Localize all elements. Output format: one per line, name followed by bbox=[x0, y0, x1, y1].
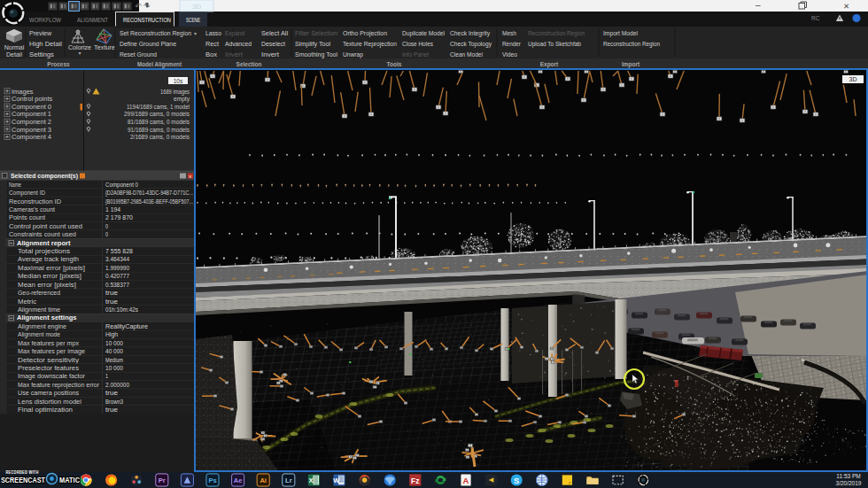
svg-text:1689 images: 1689 images bbox=[160, 89, 190, 96]
svg-text:3.464344: 3.464344 bbox=[105, 256, 129, 262]
svg-text:Preview: Preview bbox=[29, 30, 52, 36]
svg-text:Unwrap: Unwrap bbox=[343, 51, 363, 58]
svg-text:Median error [pixels]: Median error [pixels] bbox=[18, 273, 81, 280]
svg-text:SCREENCAST: SCREENCAST bbox=[1, 475, 45, 484]
svg-text:Advanced: Advanced bbox=[225, 41, 252, 47]
svg-text:Control point count used: Control point count used bbox=[9, 223, 82, 230]
svg-text:01h:10m:42s: 01h:10m:42s bbox=[105, 306, 138, 313]
svg-text:0: 0 bbox=[105, 223, 108, 229]
svg-text:Pr: Pr bbox=[159, 476, 166, 484]
svg-text:Smoothing Tool: Smoothing Tool bbox=[295, 51, 337, 58]
svg-text:Texture: Texture bbox=[94, 44, 115, 50]
svg-text:SCENE: SCENE bbox=[186, 16, 200, 24]
svg-text:Ortho Projection: Ortho Projection bbox=[343, 30, 387, 37]
svg-text:Metric: Metric bbox=[18, 298, 37, 305]
svg-text:Brown3: Brown3 bbox=[105, 399, 123, 405]
svg-text:11:53 PM: 11:53 PM bbox=[836, 473, 860, 479]
svg-text:1.999990: 1.999990 bbox=[105, 265, 129, 271]
svg-text:Ae: Ae bbox=[234, 476, 243, 484]
svg-text:High: High bbox=[105, 331, 118, 338]
svg-text:Reconstruction Region: Reconstruction Region bbox=[528, 30, 585, 37]
svg-text:Constraints count used: Constraints count used bbox=[9, 231, 76, 237]
svg-text:3/20/2019: 3/20/2019 bbox=[836, 480, 862, 486]
svg-text:Model Alignment: Model Alignment bbox=[137, 61, 182, 68]
svg-text:Texture Reprojection: Texture Reprojection bbox=[343, 41, 397, 48]
svg-text:Reset Ground: Reset Ground bbox=[120, 51, 157, 58]
svg-text:Ai: Ai bbox=[260, 476, 267, 484]
svg-text:–: – bbox=[756, 0, 761, 10]
svg-text:Total projections: Total projections bbox=[18, 248, 71, 255]
svg-text:Colorize: Colorize bbox=[68, 44, 91, 50]
svg-text:Video: Video bbox=[502, 51, 517, 58]
svg-text:Info Panel: Info Panel bbox=[402, 51, 429, 58]
svg-text:Import: Import bbox=[622, 61, 640, 68]
svg-text:Detector sensitivity: Detector sensitivity bbox=[18, 357, 80, 364]
svg-text:true: true bbox=[105, 298, 118, 305]
svg-text:Process: Process bbox=[47, 61, 70, 67]
svg-text:RC: RC bbox=[811, 15, 820, 21]
svg-text:↶: ↶ bbox=[135, 2, 142, 11]
svg-text:ALIGNMENT: ALIGNMENT bbox=[77, 16, 108, 24]
svg-text:40 000: 40 000 bbox=[105, 348, 123, 354]
svg-text:10 000: 10 000 bbox=[105, 365, 123, 371]
svg-text:Expand: Expand bbox=[225, 30, 244, 37]
svg-text:✕: ✕ bbox=[843, 2, 849, 11]
svg-text:2.000000: 2.000000 bbox=[105, 382, 129, 388]
svg-text:10 000: 10 000 bbox=[105, 340, 123, 346]
svg-text:299/1689 cams, 0 models: 299/1689 cams, 0 models bbox=[124, 111, 190, 117]
svg-text:S: S bbox=[514, 476, 519, 485]
svg-text:Lr: Lr bbox=[285, 476, 292, 484]
svg-text:2/1689 cams, 0 models: 2/1689 cams, 0 models bbox=[130, 134, 190, 140]
svg-text:empty: empty bbox=[174, 96, 190, 103]
svg-text:Ps: Ps bbox=[208, 476, 216, 484]
svg-text:true: true bbox=[105, 407, 118, 413]
svg-text:x: x bbox=[189, 174, 191, 179]
svg-text:Selection: Selection bbox=[236, 61, 262, 67]
svg-text:Set Reconstruction Region: Set Reconstruction Region bbox=[120, 30, 191, 37]
svg-text:Close Holes: Close Holes bbox=[402, 41, 433, 47]
svg-text:Alignment report: Alignment report bbox=[17, 239, 71, 247]
svg-text:Clean Model: Clean Model bbox=[450, 51, 483, 58]
svg-text:Detail: Detail bbox=[6, 51, 22, 58]
svg-text:Medium: Medium bbox=[105, 357, 123, 363]
svg-text:Export: Export bbox=[540, 61, 559, 68]
svg-text:RECONSTRUCTION: RECONSTRUCTION bbox=[123, 16, 171, 24]
svg-text:Use camera positions: Use camera positions bbox=[18, 390, 80, 397]
svg-text:0.420777: 0.420777 bbox=[105, 273, 129, 279]
svg-text:Alignment engine: Alignment engine bbox=[18, 323, 66, 330]
svg-text:Settings: Settings bbox=[29, 51, 55, 58]
svg-text:1 194: 1 194 bbox=[105, 206, 120, 213]
svg-text:Rect: Rect bbox=[205, 41, 219, 47]
svg-text:▾: ▾ bbox=[194, 31, 197, 36]
svg-text:1: 1 bbox=[105, 373, 108, 379]
svg-text:Selected component(s): Selected component(s) bbox=[11, 172, 78, 180]
svg-text:Duplicate Model: Duplicate Model bbox=[402, 30, 445, 37]
svg-text:Upload To Sketchfab: Upload To Sketchfab bbox=[528, 41, 581, 48]
svg-text:▾: ▾ bbox=[78, 50, 81, 56]
svg-text:Invert: Invert bbox=[261, 51, 279, 58]
svg-text:Cameras's count: Cameras's count bbox=[9, 206, 55, 213]
svg-text:true: true bbox=[105, 290, 118, 296]
svg-text:Final optimization: Final optimization bbox=[18, 407, 73, 414]
svg-text:81/1689 cams, 0 models: 81/1689 cams, 0 models bbox=[128, 119, 190, 125]
svg-text:Tools: Tools bbox=[387, 61, 402, 67]
svg-text:91/1689 cams, 0 models: 91/1689 cams, 0 models bbox=[128, 127, 190, 133]
svg-text:Import Model: Import Model bbox=[603, 30, 638, 37]
svg-text:X: X bbox=[309, 476, 314, 484]
svg-text:Maximal error [pixels]: Maximal error [pixels] bbox=[18, 265, 85, 272]
svg-text:Render: Render bbox=[502, 41, 522, 47]
svg-text:Invert: Invert bbox=[225, 51, 243, 58]
svg-text:MATIC: MATIC bbox=[59, 475, 80, 484]
svg-text:0.538377: 0.538377 bbox=[105, 282, 129, 288]
svg-text:Filter Selection: Filter Selection bbox=[295, 30, 337, 36]
svg-text:Mesh: Mesh bbox=[502, 30, 516, 36]
svg-text:WORKFLOW: WORKFLOW bbox=[29, 16, 62, 24]
svg-text:Max features per image: Max features per image bbox=[18, 348, 85, 355]
svg-text:Lens distortion model: Lens distortion model bbox=[18, 399, 81, 405]
svg-text:Geo-referenced: Geo-referenced bbox=[18, 290, 60, 296]
svg-text:Image downscale factor: Image downscale factor bbox=[18, 373, 86, 380]
svg-text:A: A bbox=[463, 476, 469, 485]
svg-text:Lasso: Lasso bbox=[205, 30, 221, 36]
svg-text:Max feature reprojection error: Max feature reprojection error bbox=[18, 382, 100, 389]
svg-text:Simplify Tool: Simplify Tool bbox=[295, 41, 330, 48]
